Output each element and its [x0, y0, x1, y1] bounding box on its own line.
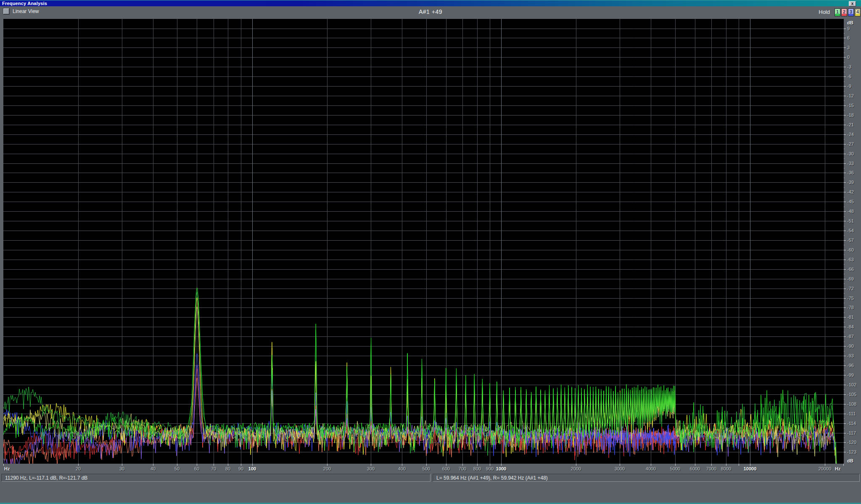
db-tick-label: -36 [847, 170, 854, 175]
db-minor-tick [844, 418, 845, 419]
db-tick [844, 76, 846, 77]
db-minor-tick [844, 438, 845, 438]
db-tick-label: -15 [847, 103, 854, 108]
db-minor-tick [844, 216, 845, 217]
hold-3-button[interactable]: 3 [848, 8, 854, 16]
db-minor-tick [844, 81, 845, 82]
db-tick-label: -51 [847, 218, 854, 223]
freq-tick-label: 400 [398, 466, 406, 471]
freq-tick [726, 464, 726, 466]
db-tick-label: -84 [847, 324, 854, 329]
db-tick-label: -54 [847, 228, 854, 233]
freq-tick-label: 70 [211, 466, 216, 471]
freq-tick [501, 464, 502, 466]
title-bar[interactable]: Frequency Analysis x [0, 0, 861, 6]
freq-tick [711, 464, 712, 466]
hold-4-button[interactable]: 4 [855, 8, 861, 16]
freq-tick [490, 464, 490, 466]
db-minor-tick [844, 197, 845, 197]
freq-tick [651, 464, 651, 466]
db-minor-tick [844, 33, 845, 34]
db-tick [844, 202, 846, 202]
freq-unit-left: Hz [4, 466, 10, 471]
db-tick-label: -81 [847, 315, 854, 320]
db-tick-label: -24 [847, 132, 854, 137]
window-title: Frequency Analysis [0, 1, 47, 6]
freq-tick [177, 464, 177, 466]
freq-tick-label: 20000 [819, 466, 832, 471]
freq-tick-label: 800 [473, 466, 481, 471]
db-tick [844, 67, 846, 67]
db-minor-tick [844, 399, 845, 399]
db-minor-tick [844, 91, 845, 92]
db-tick-label: -39 [847, 180, 854, 185]
db-minor-tick [844, 255, 845, 255]
freq-tick [576, 464, 576, 466]
db-minor-tick [844, 332, 845, 332]
hold-label: Hold [819, 9, 830, 15]
db-tick [844, 221, 846, 221]
db-minor-tick [844, 351, 845, 352]
freq-tick [426, 464, 427, 466]
db-tick-label: 3 [847, 45, 850, 50]
db-tick-label: -63 [847, 257, 854, 262]
spectrum-plot[interactable] [3, 19, 844, 464]
db-minor-tick [844, 235, 845, 236]
db-minor-tick [844, 139, 845, 139]
db-tick [844, 38, 846, 38]
freq-tick-label: 20 [76, 466, 81, 471]
db-tick-label: -45 [847, 199, 854, 204]
db-tick [844, 385, 846, 385]
freq-tick-label: 7000 [706, 466, 716, 471]
db-unit-bottom: dB [847, 458, 853, 463]
freq-tick [695, 464, 695, 466]
hold-1-button[interactable]: 1 [835, 8, 840, 16]
db-tick-label: -69 [847, 276, 854, 281]
db-tick-label: -105 [847, 392, 856, 397]
freq-tick-label: 8000 [721, 466, 731, 471]
freq-tick-label: 300 [367, 466, 375, 471]
db-tick-label: -120 [847, 440, 856, 445]
db-tick [844, 231, 846, 231]
db-tick-label: -33 [847, 161, 854, 166]
freq-tick [462, 464, 463, 466]
freq-tick [252, 464, 253, 466]
hold-2-button[interactable]: 2 [841, 8, 847, 16]
hold-color-strip [835, 14, 840, 16]
db-tick [844, 356, 846, 356]
db-tick-label: -6 [847, 74, 851, 79]
db-tick [844, 394, 846, 395]
db-tick-label: -27 [847, 142, 854, 147]
freq-tick-label: 1000 [496, 466, 506, 471]
close-icon[interactable]: x [849, 1, 856, 6]
db-tick-label: -60 [847, 247, 854, 252]
freq-tick-label: 100 [248, 466, 256, 471]
db-minor-tick [844, 207, 845, 207]
db-tick-label: -123 [847, 449, 856, 454]
db-minor-tick [844, 428, 845, 428]
freq-tick-label: 50 [174, 466, 180, 471]
hold-button-group: 1234 [834, 8, 861, 16]
db-tick-label: -96 [847, 363, 854, 368]
db-minor-tick [844, 100, 845, 101]
freq-tick [477, 464, 478, 466]
db-tick [844, 346, 846, 346]
db-tick [844, 404, 846, 404]
freq-tick-label: 40 [151, 466, 156, 471]
db-minor-tick [844, 264, 845, 265]
freq-tick [620, 464, 620, 466]
db-tick-label: 6 [847, 35, 850, 40]
db-tick-label: -3 [847, 64, 851, 69]
freq-tick-label: 4000 [646, 466, 656, 471]
db-tick-label: -114 [847, 421, 856, 426]
db-tick [844, 307, 846, 308]
db-minor-tick [844, 293, 845, 294]
db-tick-label: 9 [847, 26, 850, 31]
freq-tick [371, 464, 371, 466]
freq-tick-label: 600 [442, 466, 450, 471]
db-tick-label: -42 [847, 189, 854, 194]
freq-tick [739, 464, 739, 466]
db-minor-tick [844, 341, 845, 342]
db-minor-tick [844, 62, 845, 63]
db-minor-tick [844, 129, 845, 130]
